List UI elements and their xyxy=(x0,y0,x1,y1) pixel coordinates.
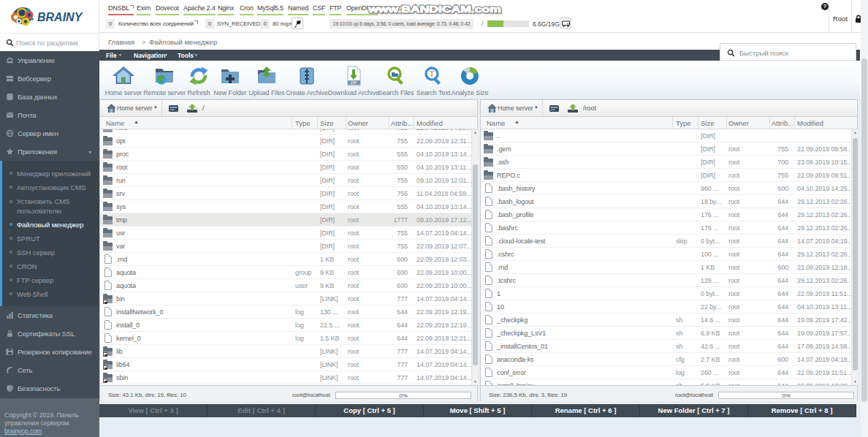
svg-text:ZIP: ZIP xyxy=(351,80,357,85)
